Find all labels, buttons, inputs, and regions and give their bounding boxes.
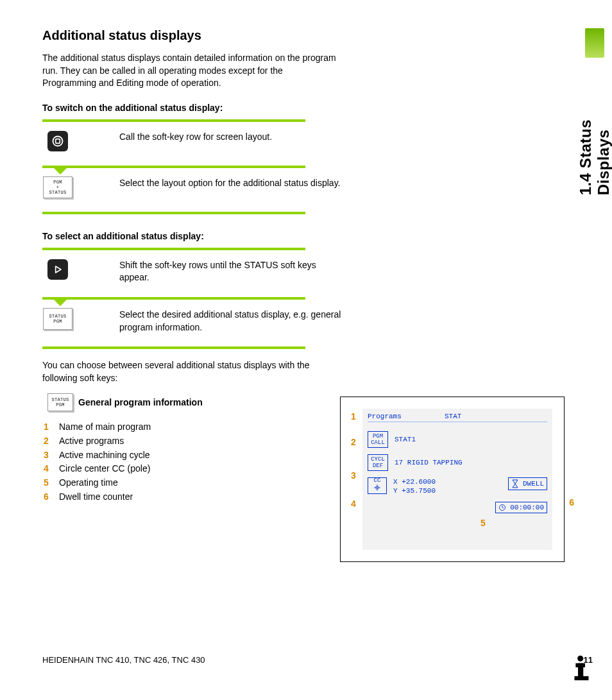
list-number: 3 (44, 448, 53, 463)
panel-title-left: Programs (368, 413, 445, 420)
callout-2: 2 (351, 437, 356, 447)
screen-layout-key-icon (47, 131, 68, 151)
separator (42, 212, 305, 214)
step-text: Shift the soft-key rows until the STATUS… (81, 258, 344, 284)
cycl-value: 17 RIGID TAPPING (395, 459, 463, 466)
list-number: 6 (44, 490, 53, 504)
softkey-line: PGM (56, 402, 65, 407)
panel-content: Programs STAT PGM CALL STAT1 CYCL DEF 17… (362, 409, 552, 550)
shift-key-icon (47, 259, 68, 280)
list-number: 5 (44, 476, 53, 490)
dwell-box: DWELL (508, 477, 547, 490)
box-line: DEF (368, 463, 387, 469)
softkey-line: PGM (53, 319, 62, 324)
pgm-call-row: PGM CALL STAT1 (368, 431, 547, 448)
softkey-line: STATUS (49, 314, 66, 319)
list-number: 2 (44, 434, 53, 448)
cycl-def-box: CYCL DEF (368, 454, 388, 471)
callout-5: 5 (480, 518, 486, 528)
tab-color-block (585, 28, 604, 58)
intro-paragraph: The additional status displays contain d… (42, 52, 337, 90)
hourglass-icon (511, 479, 519, 488)
softkey-line: PGM (53, 180, 62, 185)
separator (42, 346, 305, 349)
softkey-line: + (56, 185, 60, 190)
step-text: Call the soft-key row for screen layout. (81, 130, 344, 144)
cc-label: CC (374, 477, 381, 484)
callout-6: 6 (569, 497, 574, 508)
time-box: 00:00:00 (495, 502, 547, 513)
cc-coords: X +22.6000 Y +35.7500 (393, 477, 436, 495)
info-icon (571, 654, 599, 682)
pgm-status-softkey-icon: PGM + STATUS (43, 176, 72, 198)
panel-title-right: STAT (445, 413, 461, 420)
crosshair-icon (373, 484, 381, 491)
clock-icon (498, 504, 506, 511)
pgm-call-value: STAT1 (395, 436, 416, 443)
separator-arrow (42, 297, 305, 300)
step-row: STATUS PGM Select the desired additional… (42, 305, 344, 340)
cc-y: Y +35.7500 (393, 486, 436, 495)
gpi-label: General program information (78, 397, 203, 407)
list-text: Operating time (59, 476, 118, 490)
svg-rect-1 (56, 139, 60, 143)
step-row: Call the soft-key row for screen layout. (42, 127, 344, 159)
section-tab-label: 1.4 Status Displays (577, 62, 612, 195)
callout-4: 4 (351, 499, 356, 509)
svg-line-8 (502, 508, 504, 508)
step-row: Shift the soft-key rows until the STATUS… (42, 255, 344, 291)
svg-rect-12 (575, 676, 589, 680)
status-panel-figure: 1 2 3 4 5 6 Programs STAT PGM CALL STAT1… (340, 397, 565, 562)
footer-product: HEIDENHAIN TNC 410, TNC 426, TNC 430 (42, 655, 205, 665)
separator (42, 119, 305, 122)
step-text: Select the desired additional status dis… (81, 307, 344, 334)
callout-3: 3 (351, 470, 356, 481)
list-text: Active machining cycle (59, 448, 150, 463)
dwell-label: DWELL (523, 480, 544, 488)
time-value: 00:00:00 (510, 504, 544, 511)
list-text: Name of main program (59, 420, 151, 434)
time-row: 00:00:00 (368, 502, 547, 513)
cc-row: CC X +22.6000 Y +35.7500 DWELL (368, 477, 547, 495)
list-number: 1 (44, 420, 53, 434)
pgm-call-box: PGM CALL (368, 431, 388, 448)
status-pgm-softkey-icon: STATUS PGM (47, 393, 73, 411)
svg-point-0 (53, 136, 63, 146)
box-line: CALL (368, 440, 387, 446)
section-tab: 1.4 Status Displays (584, 28, 606, 195)
list-number: 4 (44, 462, 53, 476)
box-line: CYCL (368, 456, 387, 463)
separator-arrow (42, 166, 305, 168)
switch-on-subhead: To switch on the additional status displ… (42, 103, 593, 113)
svg-marker-2 (56, 266, 61, 273)
cc-box: CC (368, 477, 387, 494)
list-text: Active programs (59, 434, 124, 448)
panel-title-row: Programs STAT (368, 413, 547, 422)
cc-x: X +22.6000 (393, 477, 436, 486)
list-text: Circle center CC (pole) (59, 462, 150, 476)
callout-1: 1 (351, 411, 356, 422)
status-pgm-softkey-icon: STATUS PGM (43, 308, 72, 330)
svg-rect-11 (578, 663, 583, 678)
step-text: Select the layout option for the additio… (81, 176, 344, 190)
page-heading: Additional status displays (42, 28, 593, 43)
separator (42, 248, 305, 250)
page-footer: HEIDENHAIN TNC 410, TNC 426, TNC 430 11 (42, 655, 593, 665)
step-row: PGM + STATUS Select the layout option fo… (42, 173, 344, 205)
softkey-line: STATUS (49, 190, 66, 195)
box-line: PGM (368, 433, 387, 440)
svg-point-9 (577, 656, 583, 662)
softkey-line: STATUS (51, 397, 69, 402)
cycl-def-row: CYCL DEF 17 RIGID TAPPING (368, 454, 547, 471)
after-paragraph: You can choose between several additiona… (42, 359, 337, 384)
select-subhead: To select an additional status display: (42, 231, 593, 241)
list-text: Dwell time counter (59, 490, 133, 504)
